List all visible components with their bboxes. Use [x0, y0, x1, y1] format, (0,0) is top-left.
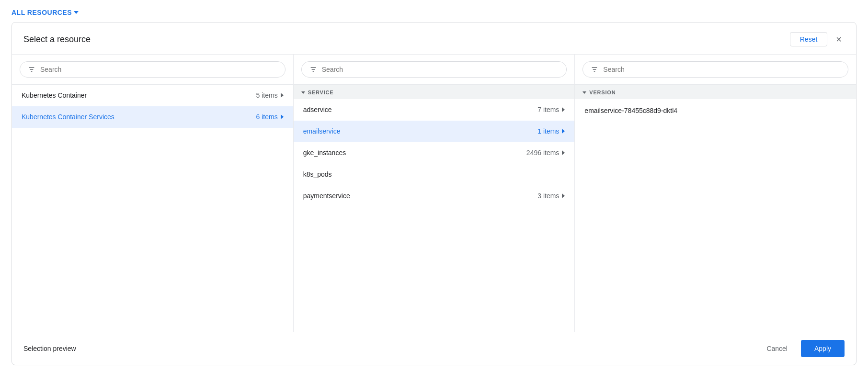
list-item-right: 6 items	[256, 113, 284, 121]
version-column: VERSION emailservice-78455c88d9-dktl4	[575, 55, 856, 332]
close-button[interactable]: ×	[833, 34, 845, 45]
chevron-right-icon	[562, 193, 565, 198]
item-count: 7 items	[537, 106, 559, 113]
top-bar: ALL RESOURCES	[0, 0, 868, 16]
list-item-name: gke_instances	[303, 149, 346, 157]
list-item[interactable]: emailservice 1 items	[294, 121, 575, 142]
version-section-header: VERSION	[575, 85, 856, 99]
resource-type-column: Kubernetes Container 5 items Kubernetes …	[12, 55, 294, 332]
list-item-name: Kubernetes Container	[22, 91, 87, 99]
list-item-right: 2496 items	[526, 149, 565, 157]
section-header-label: SERVICE	[308, 90, 334, 95]
list-item-name: Kubernetes Container Services	[22, 113, 114, 121]
resource-dialog: Select a resource Reset ×	[11, 22, 857, 365]
section-chevron-icon	[301, 91, 305, 94]
item-count: 1 items	[537, 127, 559, 135]
resource-type-search-input[interactable]	[40, 66, 277, 73]
list-item-right: 5 items	[256, 91, 284, 99]
list-item[interactable]: emailservice-78455c88d9-dktl4	[575, 99, 856, 122]
list-item[interactable]: adservice 7 items	[294, 99, 575, 121]
filter-icon	[309, 66, 317, 73]
list-item-name: emailservice	[303, 127, 341, 135]
list-item-name: paymentservice	[303, 192, 350, 200]
all-resources-label: ALL RESOURCES	[11, 9, 72, 16]
dialog-header: Select a resource Reset ×	[12, 23, 856, 55]
apply-button[interactable]: Apply	[801, 340, 845, 357]
cancel-button[interactable]: Cancel	[759, 340, 795, 357]
list-item-right: 1 items	[537, 127, 565, 135]
list-item[interactable]: Kubernetes Container Services 6 items	[12, 106, 293, 128]
list-item[interactable]: Kubernetes Container 5 items	[12, 85, 293, 106]
header-actions: Reset ×	[790, 32, 845, 46]
chevron-right-icon	[562, 129, 565, 134]
chevron-right-icon	[281, 114, 284, 119]
list-item[interactable]: paymentservice 3 items	[294, 185, 575, 207]
chevron-down-icon	[74, 11, 79, 14]
columns-container: Kubernetes Container 5 items Kubernetes …	[12, 55, 856, 332]
dialog-title: Select a resource	[23, 34, 91, 45]
item-count: 5 items	[256, 91, 278, 99]
reset-button[interactable]: Reset	[790, 32, 828, 46]
item-count: 2496 items	[526, 149, 559, 157]
filter-icon	[28, 66, 35, 73]
footer-buttons: Cancel Apply	[759, 340, 845, 357]
list-item-name: adservice	[303, 106, 332, 113]
list-item-right: 7 items	[537, 106, 565, 113]
chevron-right-icon	[562, 107, 565, 112]
item-count: 3 items	[537, 192, 559, 200]
section-header-label: VERSION	[589, 90, 616, 95]
all-resources-button[interactable]: ALL RESOURCES	[11, 9, 79, 16]
list-item-name: k8s_pods	[303, 170, 332, 178]
chevron-right-icon	[562, 150, 565, 155]
filter-icon	[591, 66, 598, 73]
resource-type-search-box	[12, 55, 293, 85]
version-name: emailservice-78455c88d9-dktl4	[584, 107, 677, 114]
list-item[interactable]: k8s_pods	[294, 164, 575, 185]
service-search-wrapper[interactable]	[301, 61, 567, 78]
list-item[interactable]: gke_instances 2496 items	[294, 142, 575, 164]
version-search-input[interactable]	[603, 66, 840, 73]
resource-type-search-wrapper[interactable]	[20, 61, 286, 78]
service-search-box	[294, 55, 575, 85]
item-count: 6 items	[256, 113, 278, 121]
dialog-footer: Selection preview Cancel Apply	[12, 332, 856, 365]
chevron-right-icon	[281, 93, 284, 98]
version-search-box	[575, 55, 856, 85]
service-list: adservice 7 items emailservice 1 items g…	[294, 99, 575, 332]
service-section-header: SERVICE	[294, 85, 575, 99]
selection-preview-label: Selection preview	[23, 345, 76, 352]
section-chevron-icon	[582, 91, 586, 94]
resource-type-list: Kubernetes Container 5 items Kubernetes …	[12, 85, 293, 332]
version-search-wrapper[interactable]	[582, 61, 848, 78]
version-list: emailservice-78455c88d9-dktl4	[575, 99, 856, 332]
list-item-right: 3 items	[537, 192, 565, 200]
service-search-input[interactable]	[322, 66, 559, 73]
service-column: SERVICE adservice 7 items emailservice 1…	[294, 55, 575, 332]
